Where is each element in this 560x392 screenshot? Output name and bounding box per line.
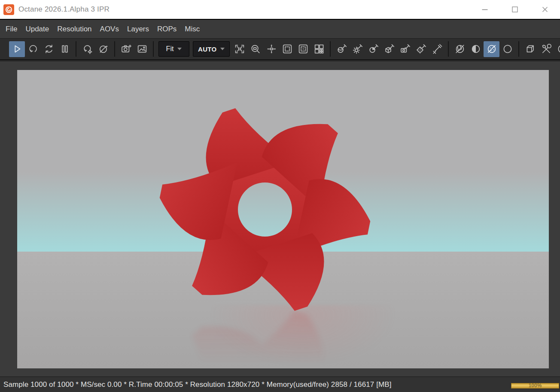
tiles-icon [313,43,325,55]
save-image-icon [136,43,148,55]
octane-logo-icon [3,4,14,15]
toolbar-separator [330,41,331,57]
play-icon [11,43,23,55]
clipped-edge-button[interactable] [554,41,560,57]
focus-mode-select-value: AUTO [198,46,216,53]
stop-render[interactable] [95,41,111,57]
cam-fit-icon [234,43,246,55]
pick-camera-icon [399,43,411,55]
tools-icon [540,43,552,55]
render-viewport-frame [0,60,560,377]
aperture-off-icon [454,43,466,55]
toolbar-separator [518,41,519,57]
zoom-mode-select-value: Fit [166,45,174,53]
pause-icon [59,43,71,55]
menu-bar: File Update Resolution AOVs Layers ROPs … [0,20,560,39]
render-progress-label: 100% [511,383,559,388]
render-snapshot[interactable] [118,41,134,57]
object-picker[interactable] [381,41,397,57]
window-minimize-button[interactable] [470,0,500,19]
pick-wb-icon [431,43,443,55]
octane-spinner-object [153,98,377,321]
pick-material-icon [336,43,348,55]
clay-icon [486,43,498,55]
light-picker[interactable] [350,41,365,57]
menu-update[interactable]: Update [24,24,50,34]
render-progress-bar: 100% [511,383,559,389]
save-render-image[interactable] [134,41,150,57]
focus-mode-select[interactable]: AUTO [193,41,230,57]
cam-pan-icon [265,43,277,55]
emission-picker[interactable] [365,41,381,57]
window-maximize-button[interactable] [500,0,530,19]
pick-object-icon [383,43,396,55]
floor-reflection [153,311,377,368]
render-region-tool[interactable] [279,41,295,57]
sphere-icon [502,43,514,55]
render-statistics-text: Sample 1000 of 1000 * MS/sec 0.00 * R.Ti… [3,380,391,389]
toggle-depth-of-field[interactable] [452,41,468,57]
restart-icon [27,43,39,55]
reload-scene[interactable] [79,41,95,57]
menu-aovs[interactable]: AOVs [99,24,120,34]
pick-emission-icon [368,43,380,55]
spinner-blade [164,311,274,368]
cube-icon [524,43,536,55]
white-balance-picker[interactable] [429,41,445,57]
pick-focus-icon [415,43,427,55]
zoom-mode-select[interactable]: Fit [158,41,189,57]
menu-misc[interactable]: Misc [184,24,201,34]
maximize-icon [511,6,519,13]
toolbar-separator [114,41,115,57]
stop-icon [97,43,110,55]
window-controls [470,0,560,19]
toggle-clay-mode[interactable] [484,41,499,57]
snapshot-icon [120,43,132,55]
contrast-icon [470,43,482,55]
region-icon [281,43,293,55]
menu-file[interactable]: File [5,24,18,34]
chevron-down-icon [220,48,225,50]
toolbar-separator [76,41,76,57]
film-region-tool[interactable] [295,41,311,57]
close-icon [541,6,549,13]
cam-zoom-icon [250,43,262,55]
window-title: Octane 2026.1.Alpha 3 IPR [18,5,110,14]
toggle-material-preview[interactable] [499,41,515,57]
restart-render[interactable] [25,41,41,57]
fit-camera-view[interactable] [231,41,247,57]
pause-render[interactable] [57,41,73,57]
status-bar: Sample 1000 of 1000 * MS/sec 0.00 * R.Ti… [0,377,560,392]
chevron-down-icon [177,48,182,50]
toolbar-separator [448,41,449,57]
toolbar: FitAUTO [0,39,560,60]
camera-zoom-tool[interactable] [247,41,263,57]
region-dot-icon [297,43,309,55]
aov-tile-layout[interactable] [311,41,327,57]
pick-light-icon [352,43,364,55]
refresh-render[interactable] [41,41,57,57]
minimize-icon [481,6,489,13]
toggle-tonemapping[interactable] [468,41,484,57]
menu-layers[interactable]: Layers [126,24,150,34]
spinner-reflection-image [153,311,377,368]
camera-pan-tool[interactable] [263,41,279,57]
menu-rops[interactable]: ROPs [156,24,177,34]
title-bar: Octane 2026.1.Alpha 3 IPR [0,0,560,19]
render-image[interactable] [17,70,549,368]
toggle-geometry[interactable] [522,41,538,57]
toolbar-separator [153,41,154,57]
menu-resolution[interactable]: Resolution [56,24,92,34]
window-close-button[interactable] [530,0,560,19]
sphere-icon [556,43,560,55]
focus-picker[interactable] [413,41,429,57]
material-picker[interactable] [334,41,350,57]
render-settings[interactable] [538,41,554,57]
refresh-icon [43,43,55,55]
start-render[interactable] [9,41,25,57]
camera-picker[interactable] [397,41,413,57]
restart-settings-icon [82,43,94,55]
